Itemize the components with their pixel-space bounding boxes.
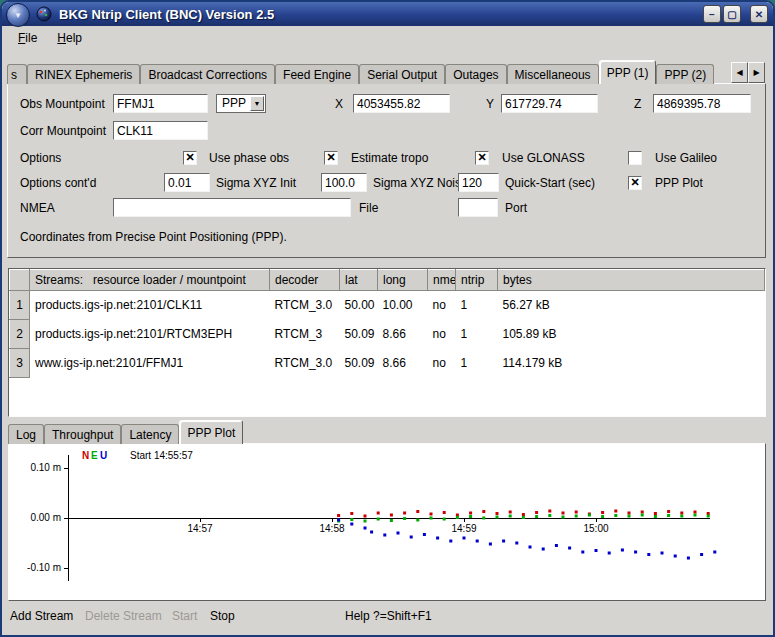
add-stream-button[interactable]: Add Stream [10,609,73,623]
tab-scroll-left-icon[interactable]: ◀ [731,62,748,83]
use-galileo-checkbox[interactable] [628,151,642,165]
y-coordinate-input[interactable] [501,94,598,113]
menubar: File Help [2,26,773,50]
nmea-label: NMEA [20,198,55,218]
window-title: BKG Ntrip Client (BNC) Version 2.5 [59,7,274,22]
svg-text:14:59: 14:59 [451,523,476,534]
column-header[interactable]: nmea [428,270,456,291]
tab-ppp-plot[interactable]: PPP Plot [179,420,243,444]
tab-ppp-1-[interactable]: PPP (1) [599,60,657,84]
tab-outages[interactable]: Outages [445,64,506,84]
ppp-plot-chart: 0.10 m0.00 m-0.10 m14:5714:5814:5915:00N… [10,445,764,600]
svg-text:14:57: 14:57 [187,523,212,534]
app-window: ▼ BKG Ntrip Client (BNC) Version 2.5 − ▢… [0,0,775,637]
row-number: 1 [10,291,30,320]
quick-start-label: Quick-Start (sec) [505,173,595,193]
tab-rinex-ephemeris[interactable]: RINEX Ephemeris [27,64,140,84]
use-galileo-label: Use Galileo [655,148,717,168]
estimate-tropo-label: Estimate tropo [351,148,428,168]
row-number: 3 [10,349,30,378]
sigma-xyz-init-input[interactable] [164,173,210,192]
use-phase-obs-label: Use phase obs [209,148,289,168]
window-menu-ball-icon[interactable]: ▼ [6,3,30,27]
delete-stream-button[interactable]: Delete Stream [85,609,162,623]
settings-tabbar: sRINEX EphemerisBroadcast CorrectionsFee… [7,60,727,84]
streams-table-header: Streams: resource loader / mountpointdec… [10,270,765,291]
sigma-xyz-noise-input[interactable] [321,173,367,192]
z-label: Z [634,94,641,114]
tab-ppp-2-[interactable]: PPP (2) [656,64,714,84]
tab-serial-output[interactable]: Serial Output [359,64,445,84]
ppp-mode-select[interactable]: PPP ▼ [216,94,266,113]
table-cell: www.igs-ip.net:2101/FFMJ1 [30,349,270,378]
close-icon[interactable]: ✕ [750,5,768,23]
table-cell: 8.66 [378,349,428,378]
table-cell: 105.89 kB [498,320,765,349]
table-cell: products.igs-ip.net:2101/CLK11 [30,291,270,320]
obs-mountpoint-label: Obs Mountpoint [20,94,105,114]
menu-help[interactable]: Help [49,28,90,48]
help-hint: Help ?=Shift+F1 [345,609,432,623]
chevron-down-icon[interactable]: ▼ [250,96,264,111]
tab-scroll-right-icon[interactable]: ▶ [748,62,765,83]
menu-file[interactable]: File [10,28,45,48]
ppp-plot-checkbox[interactable] [628,176,642,190]
table-cell: 50.09 [340,320,378,349]
svg-text:-0.10 m: -0.10 m [27,562,61,573]
estimate-tropo-checkbox[interactable] [324,151,338,165]
statusbar: Add Stream Delete Stream Start Stop Help… [2,603,773,631]
svg-text:14:58: 14:58 [319,523,344,534]
table-cell: 50.00 [340,291,378,320]
x-label: X [335,94,343,114]
sigma-xyz-noise-label: Sigma XYZ Noise [373,173,468,193]
quick-start-input[interactable] [458,173,499,192]
svg-text:Start 14:55:57: Start 14:55:57 [130,450,193,461]
column-header[interactable]: ntrip [456,270,498,291]
use-glonass-checkbox[interactable] [475,151,489,165]
table-cell: products.igs-ip.net:2101/RTCM3EPH [30,320,270,349]
tab-miscellaneous[interactable]: Miscellaneous [507,64,599,84]
column-header[interactable]: long [378,270,428,291]
svg-text:E: E [91,450,98,461]
streams-table[interactable]: Streams: resource loader / mountpointdec… [8,268,766,417]
ppp1-panel: Obs Mountpoint PPP ▼ X Y Z Corr Mountpoi… [7,83,766,258]
table-cell: 114.179 kB [498,349,765,378]
table-cell: 1 [456,349,498,378]
nmea-file-label: File [359,198,378,218]
minimize-icon[interactable]: − [703,5,721,23]
tab-throughput[interactable]: Throughput [44,424,121,444]
table-cell: no [428,320,456,349]
use-phase-obs-checkbox[interactable] [183,151,197,165]
y-label: Y [486,94,494,114]
start-button[interactable]: Start [172,609,197,623]
column-header[interactable]: decoder [270,270,340,291]
tab-feed-engine[interactable]: Feed Engine [275,64,359,84]
tab-broadcast-corrections[interactable]: Broadcast Corrections [140,64,275,84]
nmea-port-input[interactable] [458,198,498,217]
column-header[interactable]: lat [340,270,378,291]
svg-text:U: U [100,450,107,461]
bnc-app-icon [36,6,52,22]
svg-text:N: N [82,450,89,461]
maximize-icon[interactable]: ▢ [723,5,741,23]
table-row[interactable]: 3www.igs-ip.net:2101/FFMJ1RTCM_3.050.098… [10,349,765,378]
z-coordinate-input[interactable] [653,94,751,113]
tab-log[interactable]: Log [8,424,44,444]
table-cell: 1 [456,320,498,349]
table-row[interactable]: 2products.igs-ip.net:2101/RTCM3EPHRTCM_3… [10,320,765,349]
tab-latency[interactable]: Latency [121,424,179,444]
nmea-file-input[interactable] [113,198,351,217]
column-header[interactable]: bytes [498,270,765,291]
titlebar[interactable]: ▼ BKG Ntrip Client (BNC) Version 2.5 − ▢… [2,2,773,26]
sigma-xyz-init-label: Sigma XYZ Init [216,173,296,193]
nmea-port-label: Port [505,198,527,218]
obs-mountpoint-input[interactable] [113,94,208,113]
table-row[interactable]: 1products.igs-ip.net:2101/CLK11RTCM_3.05… [10,291,765,320]
x-coordinate-input[interactable] [353,94,450,113]
tab-s[interactable]: s [7,64,27,84]
stop-button[interactable]: Stop [210,609,235,623]
ppp-mode-value: PPP [222,96,246,110]
column-header[interactable]: Streams: resource loader / mountpoint [30,270,270,291]
table-cell: 1 [456,291,498,320]
corr-mountpoint-input[interactable] [113,121,208,140]
